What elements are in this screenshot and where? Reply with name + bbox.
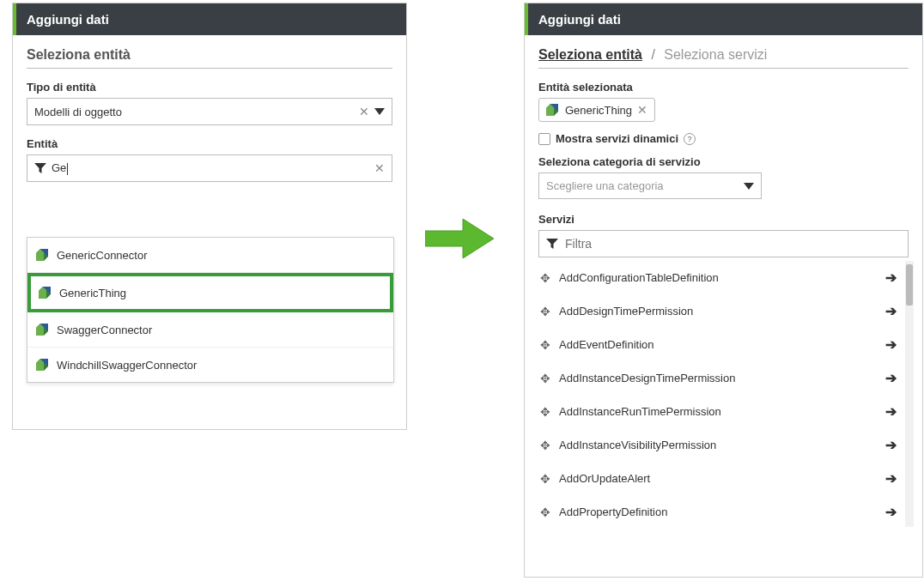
service-name: AddInstanceRunTimePermission: [559, 405, 721, 418]
drag-handle-icon[interactable]: ✥: [540, 505, 550, 519]
add-service-arrow-icon[interactable]: ➔: [885, 303, 897, 319]
drag-handle-icon[interactable]: ✥: [540, 338, 550, 352]
dropdown-item-label: GenericThing: [59, 287, 126, 300]
category-select[interactable]: Scegliere una categoria: [538, 172, 762, 199]
dropdown-item[interactable]: WindchillSwaggerConnector: [27, 348, 393, 382]
dropdown-item[interactable]: GenericConnector: [27, 238, 393, 273]
service-name: AddEventDefinition: [559, 338, 654, 351]
service-name: AddInstanceDesignTimePermission: [559, 372, 735, 384]
drag-handle-icon[interactable]: ✥: [540, 305, 550, 318]
add-service-arrow-icon[interactable]: ➔: [885, 336, 897, 353]
breadcrumb: Seleziona entità / Seleziona servizi: [538, 47, 909, 69]
dropdown-item[interactable]: GenericThing: [27, 273, 393, 312]
entity-type-label: Tipo di entità: [27, 81, 392, 94]
filter-icon: [546, 239, 558, 249]
clear-entity-type-icon[interactable]: ✕: [359, 105, 369, 118]
show-dynamic-checkbox[interactable]: [538, 133, 550, 145]
service-name: AddConfigurationTableDefinition: [559, 271, 719, 284]
service-row[interactable]: ✥AddInstanceRunTimePermission➔: [538, 395, 898, 428]
entity-search-value: Ge: [52, 161, 68, 175]
service-row[interactable]: ✥AddOrUpdateAlert➔: [538, 462, 898, 495]
left-panel: Aggiungi dati Seleziona entità Tipo di e…: [12, 3, 407, 430]
section-title: Seleziona entità: [27, 47, 392, 69]
add-service-arrow-icon[interactable]: ➔: [885, 504, 897, 520]
drag-handle-icon[interactable]: ✥: [540, 472, 550, 486]
add-service-arrow-icon[interactable]: ➔: [885, 437, 897, 453]
show-dynamic-row: Mostra servizi dinamici ?: [538, 132, 909, 145]
drag-handle-icon[interactable]: ✥: [540, 271, 550, 285]
service-row[interactable]: ✥AddEventDefinition➔: [538, 328, 898, 361]
breadcrumb-step-2: Seleziona servizi: [664, 47, 767, 62]
add-service-arrow-icon[interactable]: ➔: [885, 370, 897, 386]
service-row[interactable]: ✥AddInstanceVisibilityPermission➔: [538, 428, 898, 462]
entity-dropdown-list: GenericConnectorGenericThingSwaggerConne…: [27, 237, 394, 383]
entity-hex-icon: [546, 103, 560, 117]
entity-search-input-box[interactable]: Ge ✕: [27, 154, 392, 182]
drag-handle-icon[interactable]: ✥: [540, 372, 550, 385]
service-row[interactable]: ✥AddDesignTimePermission➔: [538, 294, 898, 328]
service-row[interactable]: ✥AddInstanceDesignTimePermission➔: [538, 361, 898, 395]
entity-hex-icon: [39, 286, 52, 300]
left-panel-header: Aggiungi dati: [13, 3, 406, 35]
entity-hex-icon: [36, 248, 50, 262]
entity-type-select[interactable]: Modelli di oggetto ✕: [27, 98, 392, 125]
services-list: ✥AddConfigurationTableDefinition➔✥AddDes…: [538, 261, 898, 529]
service-name: AddOrUpdateAlert: [559, 472, 650, 485]
services-filter-input[interactable]: [565, 237, 901, 251]
services-filter-box[interactable]: [538, 230, 909, 257]
right-panel-header: Aggiungi dati: [525, 3, 922, 35]
entity-type-value: Modelli di oggetto: [34, 106, 122, 118]
dropdown-item-label: SwaggerConnector: [57, 324, 152, 336]
category-label: Seleziona categoria di servizio: [538, 155, 909, 168]
services-label: Servizi: [538, 213, 909, 226]
breadcrumb-separator: /: [651, 47, 654, 62]
drag-handle-icon[interactable]: ✥: [540, 405, 550, 419]
clear-entity-search-icon[interactable]: ✕: [374, 161, 385, 175]
entity-hex-icon: [36, 323, 50, 336]
service-row[interactable]: ✥AddConfigurationTableDefinition➔: [538, 261, 898, 294]
service-name: AddInstanceVisibilityPermission: [559, 439, 716, 451]
dropdown-item-label: WindchillSwaggerConnector: [57, 359, 197, 372]
filter-icon: [34, 163, 46, 173]
dropdown-caret-icon[interactable]: [374, 108, 385, 115]
category-caret-icon[interactable]: [744, 183, 754, 190]
flow-arrow-icon: [425, 219, 494, 258]
drag-handle-icon[interactable]: ✥: [540, 439, 550, 452]
entity-hex-icon: [36, 358, 50, 372]
right-panel: Aggiungi dati Seleziona entità / Selezio…: [524, 3, 923, 578]
selected-entity-value: GenericThing: [565, 104, 632, 117]
service-name: AddPropertyDefinition: [559, 505, 667, 518]
help-icon[interactable]: ?: [684, 133, 696, 145]
category-placeholder: Scegliere una categoria: [546, 179, 664, 192]
service-row[interactable]: ✥AddPropertyDefinition➔: [538, 495, 898, 529]
dropdown-item[interactable]: SwaggerConnector: [27, 312, 393, 348]
breadcrumb-step-1[interactable]: Seleziona entità: [538, 47, 642, 62]
add-service-arrow-icon[interactable]: ➔: [885, 269, 897, 286]
show-dynamic-label: Mostra servizi dinamici: [556, 132, 678, 145]
add-service-arrow-icon[interactable]: ➔: [885, 403, 897, 420]
add-service-arrow-icon[interactable]: ➔: [885, 470, 897, 487]
entity-label: Entità: [27, 137, 392, 150]
scrollbar-track[interactable]: [905, 261, 914, 527]
service-name: AddDesignTimePermission: [559, 305, 693, 318]
remove-entity-icon[interactable]: ✕: [637, 103, 647, 117]
selected-entity-label: Entità selezionata: [538, 81, 909, 94]
selected-entity-chip: GenericThing ✕: [538, 98, 655, 122]
dropdown-item-label: GenericConnector: [57, 249, 148, 262]
scrollbar-thumb[interactable]: [906, 264, 913, 306]
